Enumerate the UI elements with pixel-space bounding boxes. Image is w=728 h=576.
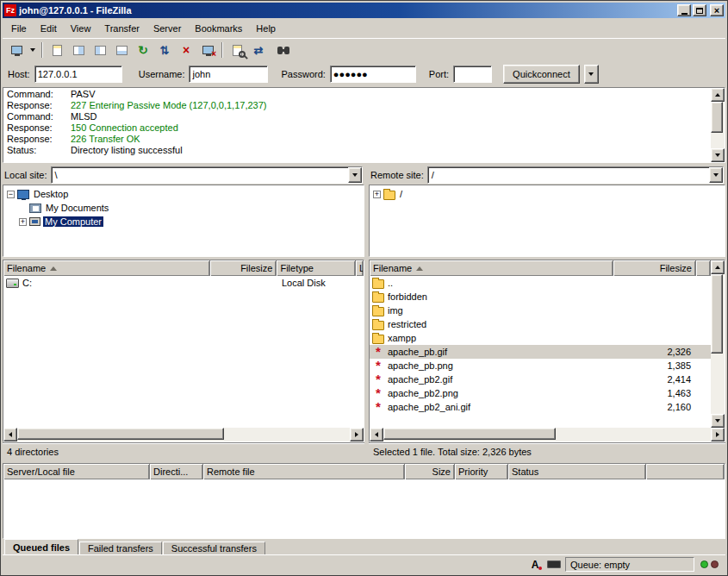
disconnect-button[interactable]: × [197, 41, 218, 59]
process-queue-button[interactable]: ⇅ [154, 41, 175, 59]
scroll-down-button[interactable] [711, 414, 725, 428]
local-site-combo[interactable]: \ [51, 166, 363, 184]
scroll-left-button[interactable] [3, 428, 17, 441]
expand-icon[interactable]: + [373, 191, 381, 198]
scroll-thumb[interactable] [383, 428, 556, 440]
remote-site-combo[interactable]: / [427, 166, 724, 184]
quickconnect-button[interactable]: Quickconnect [503, 65, 580, 84]
tab-successful-transfers[interactable]: Successful transfers [163, 542, 265, 554]
tab-queued-files[interactable]: Queued files [4, 539, 78, 554]
scroll-track[interactable] [711, 274, 725, 414]
remote-file-row[interactable]: img [370, 304, 711, 317]
local-file-row[interactable]: C: Local Disk [3, 276, 364, 290]
column-header-filetype[interactable]: Filetype [277, 260, 356, 276]
password-input[interactable] [330, 66, 416, 83]
queue-body[interactable] [3, 479, 725, 538]
remote-site-value[interactable]: / [428, 167, 709, 183]
scroll-thumb[interactable] [711, 102, 723, 133]
file-panes: Local site: \ − Desktop My Documents [3, 166, 725, 460]
tree-item-my-documents[interactable]: My Documents [3, 201, 364, 215]
synchronized-browsing-button[interactable]: ⇄ [248, 41, 269, 59]
directory-comparison-button[interactable] [227, 41, 247, 59]
maximize-button[interactable] [693, 4, 706, 16]
scroll-right-button[interactable] [711, 428, 725, 441]
menu-file[interactable]: File [4, 20, 34, 37]
local-site-value[interactable]: \ [52, 167, 348, 183]
remote-file-row[interactable]: .. [370, 276, 711, 290]
site-manager-dropdown-button[interactable] [28, 41, 38, 59]
host-input[interactable] [34, 66, 122, 83]
remote-file-row[interactable]: xampp [370, 331, 711, 345]
tree-label[interactable]: My Documents [44, 203, 110, 213]
scroll-track[interactable] [17, 428, 350, 441]
remote-file-row[interactable]: *apache_pb2.png 1,463 [370, 386, 711, 400]
scroll-down-button[interactable] [711, 148, 725, 162]
remote-file-row[interactable]: *apache_pb2_ani.gif 2,160 [370, 400, 711, 414]
scroll-up-button[interactable] [711, 88, 725, 102]
tree-item-root[interactable]: + / [370, 187, 725, 201]
minimize-button[interactable] [677, 4, 691, 16]
scroll-thumb[interactable] [711, 274, 723, 354]
tree-label[interactable]: / [398, 189, 404, 199]
column-header-lastmodified[interactable]: L [356, 260, 364, 276]
toggle-transfer-queue-button[interactable] [111, 41, 132, 59]
scroll-track[interactable] [711, 102, 725, 148]
log-label: Command: [7, 111, 71, 122]
binary-type-icon[interactable] [546, 558, 562, 572]
column-header-extra[interactable] [696, 260, 711, 276]
menu-view[interactable]: View [64, 20, 98, 37]
quickconnect-dropdown-button[interactable] [584, 65, 599, 84]
column-header-filename[interactable]: Filename [370, 260, 613, 276]
scroll-left-button[interactable] [370, 428, 383, 441]
port-input[interactable] [453, 66, 492, 83]
scroll-right-button[interactable] [350, 428, 364, 441]
log-vertical-scrollbar[interactable] [711, 88, 725, 162]
toggle-remote-treeview-button[interactable] [90, 41, 110, 59]
close-button[interactable]: × [710, 4, 724, 16]
expand-icon[interactable]: + [19, 218, 27, 226]
column-header-size[interactable]: Size [405, 464, 455, 479]
menu-transfer[interactable]: Transfer [97, 20, 146, 37]
column-header-status[interactable]: Status [508, 464, 646, 479]
remote-file-row[interactable]: forbidden [370, 290, 711, 304]
column-header-filename[interactable]: Filename [3, 260, 210, 276]
remote-vertical-scrollbar[interactable] [711, 260, 725, 428]
remote-file-row[interactable]: *apache_pb.png 1,385 [370, 359, 711, 373]
scroll-thumb[interactable] [17, 428, 224, 440]
username-input[interactable] [189, 66, 268, 83]
find-files-button[interactable] [270, 41, 290, 59]
scroll-up-button[interactable] [711, 260, 725, 274]
remote-file-row[interactable]: restricted [370, 317, 711, 331]
column-header-direction[interactable]: Directi... [150, 464, 203, 479]
menu-edit[interactable]: Edit [34, 20, 64, 37]
cancel-operation-button[interactable]: × [176, 41, 196, 59]
tree-item-desktop[interactable]: − Desktop [3, 187, 364, 201]
menu-bookmarks[interactable]: Bookmarks [188, 20, 249, 37]
scroll-track[interactable] [383, 428, 711, 441]
toggle-local-treeview-button[interactable] [68, 41, 89, 59]
remote-file-row-selected[interactable]: *apache_pb.gif 2,326 [370, 345, 711, 359]
tree-label-selected[interactable]: My Computer [43, 216, 103, 227]
title-bar[interactable]: Fz john@127.0.0.1 - FileZilla × [3, 3, 725, 18]
column-header-remote-file[interactable]: Remote file [203, 464, 405, 479]
column-header-extra[interactable] [646, 464, 725, 479]
refresh-button[interactable]: ↻ [133, 41, 153, 59]
site-manager-button[interactable] [6, 41, 27, 59]
remote-horizontal-scrollbar[interactable] [370, 428, 725, 441]
tree-label[interactable]: Desktop [32, 189, 70, 199]
column-header-priority[interactable]: Priority [455, 464, 508, 479]
remote-site-dropdown-button[interactable] [709, 167, 723, 183]
tree-item-my-computer[interactable]: + My Computer [3, 215, 364, 229]
local-site-dropdown-button[interactable] [348, 167, 362, 183]
tab-failed-transfers[interactable]: Failed transfers [79, 542, 162, 554]
ascii-type-icon[interactable]: A [527, 558, 543, 572]
column-header-filesize[interactable]: Filesize [210, 260, 277, 276]
collapse-icon[interactable]: − [7, 191, 15, 198]
local-horizontal-scrollbar[interactable] [3, 428, 364, 441]
menu-help[interactable]: Help [249, 20, 283, 37]
column-header-server-local-file[interactable]: Server/Local file [3, 464, 150, 479]
toggle-message-log-button[interactable] [47, 41, 67, 59]
remote-file-row[interactable]: *apache_pb2.gif 2,414 [370, 373, 711, 386]
menu-server[interactable]: Server [146, 20, 188, 37]
column-header-filesize[interactable]: Filesize [613, 260, 696, 276]
